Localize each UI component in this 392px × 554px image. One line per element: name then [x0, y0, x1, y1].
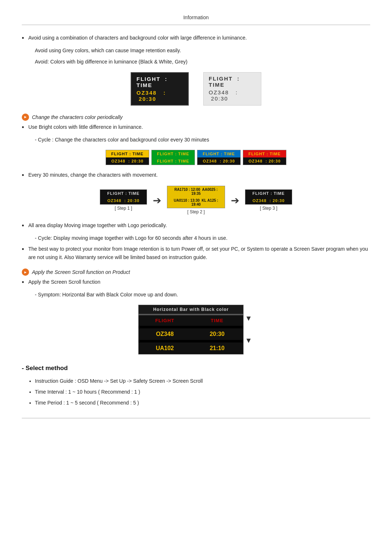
hbar-wrapper: Horizontal Bar with Black color FLIGHT T…: [22, 305, 370, 354]
cycle-box-3-bot: OZ348 : 20:30: [197, 157, 240, 165]
sub-text-2: Avoid: Colors with big difference in lum…: [35, 58, 370, 66]
bullet-dot-3: •: [22, 171, 28, 180]
step-3-label: [ Step 3 ]: [245, 205, 292, 212]
cycle-box-1-top: FLIGHT : TIME: [106, 150, 149, 157]
step-2-label: [ Step 2 ]: [167, 208, 225, 216]
down-arrow-1: ▼: [245, 314, 252, 323]
page-container: Information • Avoid using a combination …: [0, 0, 392, 433]
bullet-dot-6: •: [22, 278, 28, 287]
cycle-box-4: FLIGHT : TIME OZ348 : 20:30: [243, 150, 286, 165]
bullet-item-6: • Apply the Screen Scroll function: [22, 278, 370, 287]
select-method-title: - Select method: [22, 365, 370, 372]
step-3-top: FLIGHT : TIME: [245, 190, 292, 197]
hbar-data-row-header: FLIGHT TIME: [139, 315, 243, 327]
bullet-text-5: The best way to protect your monitor fro…: [28, 245, 370, 261]
sub-text-3: - Cycle : Change the characters color an…: [35, 136, 370, 144]
select-item-1: Instruction Guide : OSD Menu -> Set Up -…: [35, 377, 370, 385]
step-2-bot: UA0110 : 13:30 KL A125 : 19:40: [167, 197, 225, 208]
step-3-container: FLIGHT : TIME OZ348 : 20:30 [ Step 3 ]: [245, 189, 292, 212]
hbar-title-cell: Horizontal Bar with Black color: [139, 307, 243, 312]
cycle-box-2-bot: FLIGHT : TIME: [152, 157, 195, 165]
cycle-box-4-bot: OZ348 : 20:30: [243, 157, 286, 165]
cycle-box-4-top: FLIGHT : TIME: [243, 150, 286, 157]
step-box-2: RA1710 : 12:00 AA0025 : 19:35 UA0110 : 1…: [167, 186, 225, 208]
screen-scroll-text: Apply the Screen Scroll function on Prod…: [32, 269, 130, 275]
bullet-dot-4: •: [22, 221, 28, 230]
step-2-top: RA1710 : 12:00 AA0025 : 19:35: [167, 186, 225, 197]
oz348-label-dark: OZ348 : 20:30: [136, 90, 183, 102]
bullet-text-4: All area display Moving image together w…: [28, 221, 370, 229]
oz348-label-light: OZ348 : 20:30: [209, 89, 256, 102]
cycle-box-2-top: FLIGHT : TIME: [152, 150, 195, 157]
select-method-section: - Select method Instruction Guide : OSD …: [22, 365, 370, 407]
steps-block: FLIGHT : TIME OZ348 : 20:30 [ Step 1 ] ➔…: [22, 186, 370, 216]
bullet-item-1: • Avoid using a combination of character…: [22, 34, 370, 43]
cycle-box-1: FLIGHT : TIME OZ348 : 20:30: [106, 150, 149, 165]
step-1-top: FLIGHT : TIME: [100, 190, 147, 197]
step-3-bot: OZ348 : 20:30: [245, 197, 292, 204]
select-list: Instruction Guide : OSD Menu -> Set Up -…: [35, 377, 370, 407]
sub-text-1: Avoid using Grey colors, which can cause…: [35, 46, 370, 54]
bullet-text-1: Avoid using a combination of characters …: [28, 34, 370, 42]
hbar-r2c2: 21:10: [191, 342, 243, 354]
select-item-2: Time Interval : 1 ~ 10 hours ( Recommend…: [35, 388, 370, 396]
bullet-dot-1: •: [22, 34, 28, 43]
cycle-box-3: FLIGHT : TIME OZ348 : 20:30: [197, 150, 241, 165]
cycle-block: FLIGHT : TIME OZ348 : 20:30 FLIGHT : TIM…: [22, 150, 370, 165]
bullet-text-3: Every 30 minutes, change the characters …: [28, 171, 370, 179]
bullet-item-2: • Use Bright colors with little differen…: [22, 123, 370, 132]
hbar-header-row: Horizontal Bar with Black color: [139, 305, 243, 315]
change-color-text: Change the characters color periodically: [32, 114, 123, 120]
hbar-r1c1: OZ348: [139, 328, 191, 340]
hbar-data-row-1: OZ348 20:30: [139, 328, 243, 341]
select-item-3: Time Period : 1 ~ 5 second ( Recommend :…: [35, 399, 370, 407]
bullet-item-4: • All area display Moving image together…: [22, 221, 370, 230]
screen-scroll-icon-row: Apply the Screen Scroll function on Prod…: [22, 268, 130, 276]
orange-circle-icon-2: [22, 268, 29, 276]
hbar-main: Horizontal Bar with Black color FLIGHT T…: [138, 305, 244, 354]
bottom-line: [22, 418, 370, 418]
flight-box-dark: FLIGHT : TIME OZ348 : 20:30: [131, 72, 189, 106]
bullet-item-5: • The best way to protect your monitor f…: [22, 245, 370, 261]
cycle-box-3-top: FLIGHT : TIME: [197, 150, 240, 157]
flight-boxes-block: FLIGHT : TIME OZ348 : 20:30 FLIGHT : TIM…: [22, 72, 370, 106]
orange-circle-icon: [22, 114, 29, 121]
arrow-2: ➔: [231, 194, 239, 206]
flight-label-light: FLIGHT : TIME: [209, 75, 256, 88]
hbar-side-arrows: ▼ ▼: [244, 305, 254, 354]
step-box-3: FLIGHT : TIME OZ348 : 20:30: [245, 189, 292, 205]
sub-text-4: - Cycle: Display moving image together w…: [35, 234, 370, 242]
hbar-data-row-2: UA102 21:10: [139, 342, 243, 354]
down-arrow-2: ▼: [245, 336, 252, 345]
hbar-col1: FLIGHT: [139, 315, 191, 326]
step-1-container: FLIGHT : TIME OZ348 : 20:30 [ Step 1 ]: [100, 189, 147, 212]
change-color-icon-row: Change the characters color periodically: [22, 114, 123, 121]
step-1-bot: OZ348 : 20:30: [100, 197, 147, 204]
cycle-box-1-bot: OZ348 : 20:30: [106, 157, 149, 165]
bullet-dot-5: •: [22, 245, 28, 254]
step-1-label: [ Step 1 ]: [100, 205, 147, 212]
hbar-r1c2: 20:30: [191, 328, 243, 340]
arrow-1: ➔: [153, 194, 161, 206]
step-2-container: RA1710 : 12:00 AA0025 : 19:35 UA0110 : 1…: [167, 186, 225, 216]
bullet-text-6: Apply the Screen Scroll function: [28, 278, 370, 286]
page-title: Information: [22, 11, 370, 25]
flight-label-dark: FLIGHT : TIME: [136, 76, 183, 88]
flight-box-light: FLIGHT : TIME OZ348 : 20:30: [203, 72, 261, 106]
cycle-box-2: FLIGHT : TIME FLIGHT : TIME: [151, 150, 195, 165]
bullet-item-3: • Every 30 minutes, change the character…: [22, 171, 370, 180]
bullet-dot-2: •: [22, 123, 28, 132]
bullet-text-2: Use Bright colors with little difference…: [28, 123, 370, 131]
sub-text-5: - Symptom: Horizontal Bar with Black Col…: [35, 291, 370, 299]
hbar-col2: TIME: [191, 315, 243, 326]
hbar-r2c1: UA102: [139, 342, 191, 354]
step-box-1: FLIGHT : TIME OZ348 : 20:30: [100, 189, 147, 205]
